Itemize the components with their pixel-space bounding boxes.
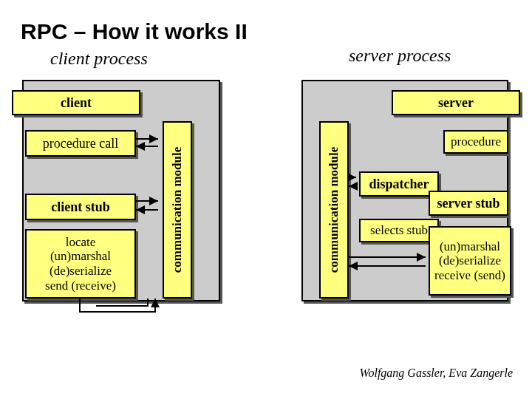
server-ops-box: (un)marshal (de)serialize receive (send) bbox=[429, 226, 511, 296]
server-comm-module-label: communication module bbox=[327, 147, 341, 273]
slide-title: RPC – How it works II bbox=[21, 19, 248, 44]
client-comm-module-label: communication module bbox=[170, 147, 185, 273]
client-stub-box: client stub bbox=[25, 194, 136, 220]
server-op: (de)serialize bbox=[439, 253, 501, 268]
server-stub-box: server stub bbox=[429, 191, 508, 216]
selects-stub-box: selects stub bbox=[359, 219, 439, 242]
client-process-label: client process bbox=[50, 49, 148, 69]
server-op: receive (send) bbox=[434, 268, 505, 283]
client-op: send (receive) bbox=[45, 279, 116, 293]
dispatcher-box: dispatcher bbox=[359, 171, 439, 197]
server-procedure-box: procedure bbox=[443, 130, 508, 154]
server-comm-module: communication module bbox=[319, 121, 349, 299]
client-comm-module: communication module bbox=[163, 121, 192, 299]
server-op: (un)marshal bbox=[440, 239, 500, 254]
client-op: (de)serialize bbox=[50, 264, 112, 279]
client-procedure-call-box: procedure call bbox=[25, 130, 136, 157]
credit-text: Wolfgang Gassler, Eva Zangerle bbox=[360, 366, 513, 380]
server-header-box: server bbox=[392, 90, 520, 115]
client-op: (un)marshal bbox=[50, 249, 111, 264]
client-op: locate bbox=[66, 235, 96, 250]
client-panel: client procedure call client stub locate… bbox=[22, 80, 220, 301]
server-panel: server procedure dispatcher server stub … bbox=[301, 80, 508, 301]
client-ops-box: locate (un)marshal (de)serialize send (r… bbox=[25, 229, 136, 299]
server-process-label: server process bbox=[349, 46, 451, 66]
client-header-box: client bbox=[12, 90, 140, 115]
